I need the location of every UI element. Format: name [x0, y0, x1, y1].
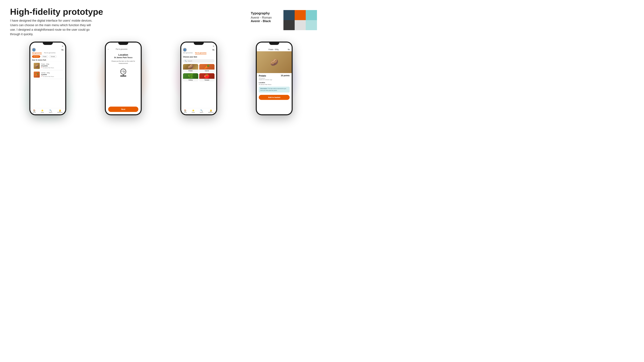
- phone1-potato-info: Potato - 500g 10 points 📍 St James Park …: [41, 63, 62, 68]
- notification-icon: 🔔: [59, 109, 61, 112]
- phone4-wrap: ‹ Potato - 500g 🛍 🥔 Potato 10 points: [256, 41, 293, 115]
- svg-line-4: [122, 71, 122, 71]
- phone1-carrots-loc: 📍 St James Park Tesco: [41, 76, 62, 77]
- phone1-potato-img: 🥔: [34, 63, 40, 69]
- phone1-pill-all[interactable]: All Items: [32, 55, 40, 58]
- phone3-search-icon: 🔍: [185, 60, 187, 62]
- phone1-header: 👤 🛍: [30, 47, 65, 52]
- phone2-back-button[interactable]: ‹: [108, 48, 108, 50]
- phone4-added-time: Added 20 minutes ago: [259, 79, 290, 80]
- phone1-item-potato[interactable]: 🥔 Potato - 500g 10 points 📍 St James Par…: [32, 62, 64, 70]
- svg-line-5: [124, 71, 124, 71]
- phone4-info-box: Information: The item will be reserved f…: [259, 87, 290, 92]
- phone4-location-label: Location: [259, 82, 290, 83]
- phone1-wrap: 🛍 👤 🛍 Get groceries Put in groceries A: [29, 41, 66, 115]
- phone3: 🛍 👤 🛍 Get groceries Put in groceries Cho…: [180, 41, 217, 115]
- phone3-grid-tomato[interactable]: 🍅 Tomato: [199, 73, 214, 81]
- phone4-add-basket-button[interactable]: Add to basket: [259, 95, 290, 100]
- typography-roman: Avenir - Roman: [251, 16, 272, 19]
- swatch-light-gray: [295, 20, 306, 30]
- phone1-carrots-info: Carrots - 200g 3 points 📍 St James Park …: [41, 72, 62, 77]
- phone1-carrots-img: 🥕: [34, 71, 40, 78]
- phone3-tomato-img: 🍅: [199, 73, 214, 79]
- phone2-location-name: St James Park Tesco: [114, 56, 132, 58]
- phone2-location-box: Location St James Park Tesco Please put …: [106, 51, 141, 105]
- phone4-name-row: Potato 10 points: [259, 74, 290, 77]
- phone3-grid-carrot[interactable]: 🥕 Carrot: [199, 64, 214, 72]
- phone2-instruction: Please put the item on the scale for mea…: [108, 60, 138, 64]
- phone3-tabs: Get groceries Put in groceries: [181, 52, 216, 54]
- phone1-potato-points: 10 points: [41, 65, 62, 67]
- phone3-celery-img: 🌿: [183, 73, 198, 79]
- phone3-grid-celery[interactable]: 🌿 Celery: [183, 73, 198, 81]
- phone3-carrot-label: Carrot: [205, 69, 209, 72]
- phone4-info-label: Information:: [260, 88, 268, 89]
- page-description: I have designed the digital interface fo…: [10, 18, 97, 36]
- phone4-weight: 500 grams: [259, 77, 290, 79]
- phone4-back-button[interactable]: ‹: [259, 48, 260, 51]
- phone3-grid-potato[interactable]: 🥔 Potato: [183, 64, 198, 72]
- phone2-header: ‹ Put in groceries: [106, 47, 141, 51]
- phone1-pill-potato[interactable]: Potato: [41, 55, 48, 58]
- phone4-product-points: 10 points: [281, 74, 290, 77]
- phone3-tab-put[interactable]: Put in groceries: [195, 52, 206, 54]
- home-icon: 🏠: [33, 109, 36, 112]
- phone1-bottom-nav: 🏠 Home ⭐ Points 🔍 Search 🔔: [30, 108, 65, 114]
- phone3-grid: 🥔 Potato 🥕 Carrot 🌿 Celery 🍅: [181, 64, 216, 81]
- pin-icon: 📍: [41, 67, 42, 68]
- scale-icon: [118, 68, 128, 78]
- home-icon-3: 🏠: [184, 109, 186, 112]
- phone4-header: ‹ Potato - 500g 🛍: [257, 47, 292, 51]
- typography-label: Typography: [251, 11, 272, 15]
- phone1-section-title: Near St James Park: [30, 59, 65, 61]
- phone1-avatar: 👤: [32, 48, 36, 52]
- swatch-dark-blue: [284, 10, 295, 20]
- phone1-carrots-name: Carrots - 200g: [41, 72, 62, 73]
- swatch-light-blue: [306, 10, 317, 20]
- phone1-nav-search[interactable]: 🔍 Search: [49, 109, 52, 113]
- phone3-search-bar[interactable]: 🔍 Search: [183, 59, 214, 63]
- phone1-nav-home[interactable]: 🏠 Home: [33, 109, 36, 113]
- phones-row: 🛍 👤 🛍 Get groceries Put in groceries A: [10, 41, 312, 115]
- phone2-inner: ‹ Put in groceries Location St James Par…: [106, 42, 141, 114]
- points-icon: ⭐: [41, 109, 44, 112]
- typography-black: Avenir - Black: [251, 19, 272, 23]
- search-icon: 🔍: [49, 109, 52, 112]
- phone3-nav-notification[interactable]: 🔔 Notification: [208, 109, 214, 113]
- phone3-nav-home[interactable]: 🏠 Home: [184, 109, 187, 113]
- phone3-nav-search[interactable]: 🔍 Search: [200, 109, 203, 113]
- swatch-pale-blue: [306, 20, 317, 30]
- phone2: ‹ Put in groceries Location St James Par…: [105, 41, 142, 115]
- phone1-nav-points[interactable]: ⭐ Points: [41, 109, 44, 113]
- phone1-notch: [43, 41, 53, 45]
- phone1-tab-put[interactable]: Put in groceries: [44, 52, 56, 54]
- phone1-filter-pills: All Items Potato Tomato: [30, 55, 65, 58]
- phone3-search-placeholder: Search: [188, 60, 192, 62]
- phone1-carrots-points: 3 points: [41, 74, 62, 75]
- phone2-notch: [118, 41, 128, 45]
- phone4: ‹ Potato - 500g 🛍 🥔 Potato 10 points: [256, 41, 293, 115]
- phone3-potato-img: 🥔: [183, 64, 198, 69]
- phone4-info: Potato 10 points 500 grams Added 20 minu…: [257, 73, 292, 95]
- phone1: 🛍 👤 🛍 Get groceries Put in groceries A: [29, 41, 66, 115]
- color-swatches: [284, 10, 317, 30]
- phone3-notch: [194, 41, 204, 45]
- phone4-page-title: Potato - 500g: [268, 49, 278, 50]
- phone1-tab-get[interactable]: Get groceries: [32, 52, 42, 54]
- phone2-next-button[interactable]: Next: [108, 107, 138, 112]
- swatch-orange: [295, 10, 306, 20]
- phone3-cart-icon: 🛍: [213, 45, 214, 47]
- phone4-product-name: Potato: [259, 74, 266, 77]
- phone1-potato-name: Potato - 500g: [41, 63, 62, 65]
- phone3-inner: 🛍 👤 🛍 Get groceries Put in groceries Cho…: [181, 42, 216, 114]
- phone1-item-carrots[interactable]: 🥕 Carrots - 200g 3 points 📍 St James Par…: [32, 70, 64, 79]
- phone4-inner: ‹ Potato - 500g 🛍 🥔 Potato 10 points: [257, 42, 292, 114]
- phone3-wrap: 🛍 👤 🛍 Get groceries Put in groceries Cho…: [180, 41, 217, 115]
- phone3-nav-points[interactable]: ⭐ Points: [192, 109, 195, 113]
- phone1-nav-notification[interactable]: 🔔 Notification: [57, 109, 63, 113]
- swatch-dark-gray: [284, 20, 295, 30]
- phone1-pill-tomato[interactable]: Tomato: [49, 55, 56, 58]
- phone3-bottom-nav: 🏠 Home ⭐ Points 🔍 Search 🔔: [181, 108, 216, 114]
- phone1-tabs: Get groceries Put in groceries: [30, 52, 65, 54]
- phone3-tab-get[interactable]: Get groceries: [183, 52, 193, 54]
